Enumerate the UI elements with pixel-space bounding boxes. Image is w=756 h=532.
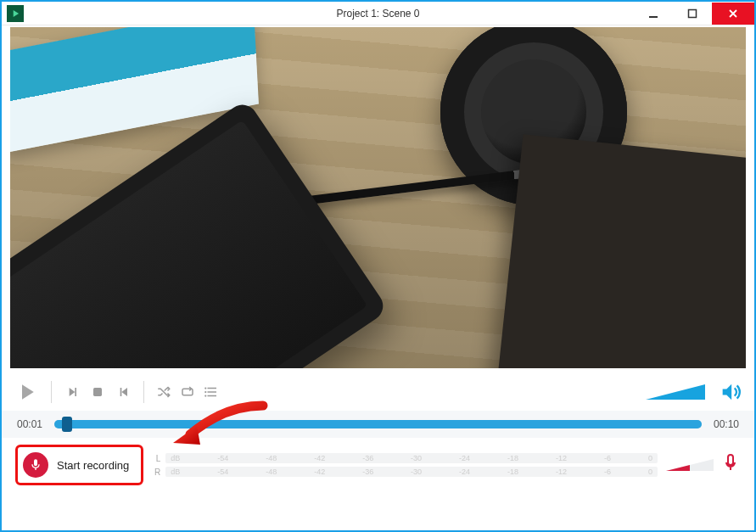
loop-button[interactable] <box>180 384 195 400</box>
app-icon <box>7 5 24 22</box>
playback-toolbar <box>2 373 754 411</box>
next-frame-button[interactable] <box>115 384 132 400</box>
mic-volume-control <box>666 453 741 477</box>
timeline-track[interactable] <box>54 420 702 428</box>
play-button[interactable] <box>14 379 39 405</box>
svg-rect-1 <box>689 9 697 17</box>
minimize-button[interactable] <box>634 3 673 25</box>
maximize-button[interactable] <box>673 3 712 25</box>
shuffle-button[interactable] <box>156 384 171 400</box>
volume-slider[interactable] <box>646 383 705 401</box>
svg-rect-0 <box>649 16 658 18</box>
mic-volume-slider[interactable] <box>666 457 714 473</box>
meter-bar-right: dB -54 -48 -42 -36 -30 -24 -18 -12 -6 0 <box>165 467 658 477</box>
close-button[interactable] <box>712 3 754 25</box>
svg-point-6 <box>204 395 206 396</box>
stop-button[interactable] <box>89 384 106 400</box>
video-preview[interactable] <box>10 27 746 368</box>
meter-channel-right: R <box>152 468 160 477</box>
microphone-icon <box>23 452 48 478</box>
divider <box>51 381 52 403</box>
time-current: 00:01 <box>17 418 42 430</box>
window-title: Project 1: Scene 0 <box>336 8 419 20</box>
speaker-icon[interactable] <box>719 380 742 404</box>
timeline-playhead[interactable] <box>62 417 72 432</box>
app-window: Project 1: Scene 0 <box>0 0 756 532</box>
start-recording-button[interactable]: Start recording <box>15 445 143 485</box>
svg-marker-9 <box>666 465 690 471</box>
titlebar: Project 1: Scene 0 <box>2 2 754 25</box>
prev-frame-button[interactable] <box>64 384 81 400</box>
svg-marker-7 <box>646 384 705 400</box>
divider <box>143 381 144 403</box>
meter-channel-left: L <box>152 454 160 463</box>
svg-point-4 <box>204 387 206 389</box>
microphone-icon[interactable] <box>720 453 741 477</box>
meter-bar-left: dB -54 -48 -42 -36 -30 -24 -18 -12 -6 0 <box>165 453 658 463</box>
window-controls <box>634 3 754 25</box>
timeline: 00:01 00:10 <box>2 411 754 438</box>
svg-point-5 <box>204 391 206 393</box>
svg-rect-2 <box>93 388 102 396</box>
time-total: 00:10 <box>714 418 739 430</box>
recording-panel: Start recording L dB -54 -48 -42 -36 -30… <box>2 438 754 496</box>
audio-level-meters: L dB -54 -48 -42 -36 -30 -24 -18 -12 -6 … <box>152 453 658 477</box>
playlist-button[interactable] <box>204 384 219 400</box>
start-recording-label: Start recording <box>57 459 129 472</box>
